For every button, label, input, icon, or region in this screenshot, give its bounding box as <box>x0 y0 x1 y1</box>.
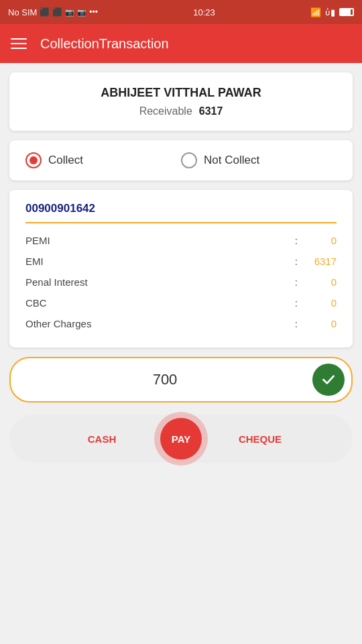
detail-row-pemi: PEMI : 0 <box>25 230 337 251</box>
confirm-button[interactable] <box>312 364 345 396</box>
radio-not-collect[interactable]: Not Collect <box>181 152 337 168</box>
detail-right-pemi: : 0 <box>295 235 337 246</box>
detail-row-cbc: CBC : 0 <box>25 292 337 313</box>
pay-button[interactable]: PAY <box>160 418 202 460</box>
header-title: CollectionTransaction <box>40 36 169 52</box>
details-card: 00900901642 PEMI : 0 EMI : 6317 Penal In… <box>9 190 353 347</box>
screenshot-icon: 📷 <box>77 8 86 17</box>
checkmark-icon <box>320 371 337 388</box>
receivable-label: Receivable <box>139 105 192 117</box>
radio-not-collect-label: Not Collect <box>204 154 259 167</box>
wifi-icon: 📶 <box>310 7 321 17</box>
svg-point-0 <box>320 371 337 388</box>
receivable-row: Receivable 6317 <box>25 105 337 117</box>
detail-right-cbc: : 0 <box>295 297 337 309</box>
customer-info-card: ABHIJEET VITTHAL PAWAR Receivable 6317 <box>9 72 353 131</box>
account-number: 00900901642 <box>25 202 337 223</box>
detail-label-other: Other Charges <box>25 318 91 329</box>
status-icons: 📶 ὐ‌︎▮ <box>310 7 354 17</box>
carrier-text: No SIM <box>8 7 37 17</box>
detail-label-pemi: PEMI <box>25 235 50 246</box>
action-bar: CASH PAY CHEQUE <box>9 415 353 463</box>
battery-bar <box>339 8 354 16</box>
status-time: 10:23 <box>193 7 215 17</box>
detail-label-cbc: CBC <box>25 297 47 309</box>
detail-value-emi: 6317 <box>303 256 337 267</box>
detail-row-emi: EMI : 6317 <box>25 251 337 272</box>
more-icon: ••• <box>89 7 98 17</box>
amount-input[interactable] <box>24 371 306 388</box>
status-bar: No SIM ⬛ ⬛ 📷 📷 ••• 10:23 📶 ὐ‌︎▮ <box>0 0 362 24</box>
detail-value-cbc: 0 <box>303 297 337 309</box>
camera-icon: 📷 <box>65 8 74 17</box>
radio-collect-label: Collect <box>48 154 83 167</box>
detail-right-penal: : 0 <box>295 276 337 288</box>
sim-icon-1: ⬛ <box>40 7 50 17</box>
detail-right-emi: : 6317 <box>295 256 337 267</box>
pay-button-ring: PAY <box>154 412 208 466</box>
detail-label-penal: Penal Interest <box>25 276 88 288</box>
radio-collect-circle[interactable] <box>25 152 42 168</box>
detail-value-other: 0 <box>303 318 337 329</box>
detail-value-pemi: 0 <box>303 235 337 246</box>
detail-row-penal: Penal Interest : 0 <box>25 272 337 292</box>
hamburger-menu[interactable] <box>11 38 27 49</box>
detail-row-other: Other Charges : 0 <box>25 313 337 334</box>
radio-not-collect-circle[interactable] <box>181 152 197 168</box>
battery-icon: ὐ‌︎▮ <box>325 7 335 17</box>
receivable-value: 6317 <box>199 105 223 117</box>
detail-value-penal: 0 <box>303 276 337 288</box>
detail-label-emi: EMI <box>25 256 44 267</box>
status-carrier-area: No SIM ⬛ ⬛ 📷 📷 ••• <box>8 7 98 17</box>
radio-card: Collect Not Collect <box>9 140 353 180</box>
customer-name: ABHIJEET VITTHAL PAWAR <box>25 86 337 100</box>
app-header: CollectionTransaction <box>0 24 362 63</box>
pay-button-wrapper: PAY <box>154 412 208 466</box>
detail-right-other: : 0 <box>295 318 337 329</box>
amount-input-row <box>9 357 353 402</box>
radio-collect[interactable]: Collect <box>25 152 181 168</box>
sim-icon-2: ⬛ <box>52 7 62 17</box>
